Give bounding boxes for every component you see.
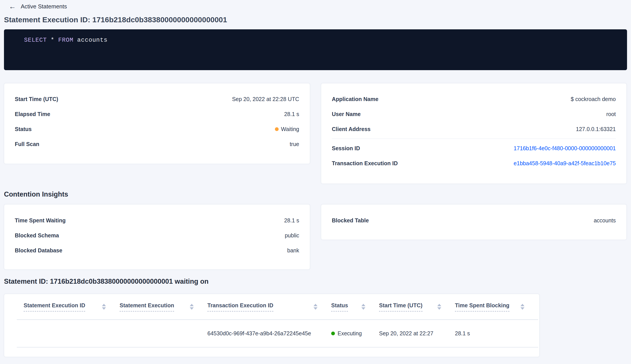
- page-title: Statement Execution ID: 1716b218dc0b3838…: [4, 16, 627, 24]
- row-start-time: Start Time (UTC) Sep 20, 2022 at 22:28 U…: [15, 92, 299, 106]
- contention-section: Time Spent Waiting 28.1 s Blocked Schema…: [4, 204, 627, 270]
- waiting-on-table-card: Statement Execution ID Statement Executi…: [4, 294, 540, 357]
- blocked-table-value: accounts: [594, 217, 616, 224]
- blocked-database-value: bank: [287, 247, 299, 254]
- cell-statement-execution: [120, 320, 208, 347]
- row-status-value: Executing: [338, 330, 362, 337]
- sql-keyword-from: FROM: [58, 37, 74, 44]
- sort-down-icon: [102, 307, 106, 310]
- column-header-statement-execution-id[interactable]: Statement Execution ID: [17, 294, 120, 320]
- sort-up-icon: [102, 304, 106, 306]
- sort-icon[interactable]: [437, 304, 441, 310]
- column-header-start-time[interactable]: Start Time (UTC): [379, 294, 455, 320]
- cell-transaction-execution-id: 64530d0c-969f-437e-a9b4-26a72245e45e: [208, 320, 331, 347]
- session-id-link[interactable]: 1716b1f6-4e0c-f480-0000-000000000001: [514, 145, 616, 152]
- row-blocked-database: Blocked Database bank: [15, 243, 299, 258]
- time-spent-waiting-value: 28.1 s: [284, 217, 299, 224]
- sort-up-icon: [190, 304, 194, 306]
- full-scan-label: Full Scan: [15, 141, 39, 147]
- row-elapsed-time: Elapsed Time 28.1 s: [15, 106, 299, 122]
- sort-down-icon: [362, 307, 365, 310]
- contention-insights-heading: Contention Insights: [4, 190, 627, 198]
- row-full-scan: Full Scan true: [15, 136, 299, 152]
- column-header-status[interactable]: Status: [331, 294, 379, 320]
- blocked-table-card: Blocked Table accounts: [321, 204, 626, 240]
- status-executing-dot-icon: [331, 332, 335, 335]
- row-client-address: Client Address 127.0.0.1:63321: [332, 122, 616, 136]
- statement-details-card: Start Time (UTC) Sep 20, 2022 at 22:28 U…: [4, 83, 310, 164]
- status-label: Status: [15, 126, 32, 132]
- row-transaction-execution-id: Transaction Execution ID e1bba458-5948-4…: [332, 156, 616, 171]
- sort-icon[interactable]: [520, 304, 524, 310]
- statement-execution-column-label[interactable]: Statement Execution: [120, 302, 174, 312]
- session-id-label: Session ID: [332, 145, 360, 152]
- row-blocked-schema: Blocked Schema public: [15, 228, 299, 243]
- sort-up-icon: [437, 304, 441, 306]
- statement-execution-id-column-label[interactable]: Statement Execution ID: [24, 302, 85, 312]
- sql-statement-box: SELECT * FROM accounts: [4, 29, 627, 70]
- row-user-name: User Name root: [332, 106, 616, 122]
- transaction-execution-id-column-label[interactable]: Transaction Execution ID: [208, 302, 273, 312]
- row-session-id: Session ID 1716b1f6-4e0c-f480-0000-00000…: [332, 141, 616, 156]
- elapsed-time-value: 28.1 s: [284, 111, 299, 117]
- back-link-active-statements[interactable]: Active Statements: [21, 3, 67, 10]
- sort-up-icon: [362, 304, 365, 306]
- sort-icon[interactable]: [102, 304, 106, 310]
- sort-down-icon: [437, 307, 441, 310]
- sort-up-icon: [520, 304, 524, 306]
- sort-down-icon: [520, 307, 524, 310]
- time-spent-waiting-label: Time Spent Waiting: [15, 217, 66, 224]
- row-status: Status Waiting: [15, 122, 299, 136]
- sort-icon[interactable]: [190, 304, 194, 310]
- waiting-on-table: Statement Execution ID Statement Executi…: [17, 294, 538, 348]
- statement-execution-page: ← Active Statements Statement Execution …: [0, 2, 631, 357]
- application-name-label: Application Name: [332, 96, 378, 102]
- blocked-schema-value: public: [285, 232, 299, 239]
- row-blocked-table: Blocked Table accounts: [332, 213, 616, 228]
- user-name-value: root: [606, 111, 616, 117]
- waiting-on-heading: Statement ID: 1716b218dc0b38380000000000…: [4, 278, 627, 286]
- time-spent-blocking-column-label[interactable]: Time Spent Blocking: [455, 302, 510, 312]
- sql-statement: SELECT * FROM accounts: [24, 37, 108, 44]
- client-address-label: Client Address: [332, 126, 371, 132]
- session-card-divider: [332, 138, 616, 139]
- table-header-row: Statement Execution ID Statement Executi…: [17, 294, 538, 320]
- summary-section: Start Time (UTC) Sep 20, 2022 at 22:28 U…: [4, 83, 627, 184]
- column-header-time-spent-blocking[interactable]: Time Spent Blocking: [455, 294, 538, 320]
- back-arrow-icon[interactable]: ←: [9, 3, 16, 10]
- sql-star: *: [50, 37, 54, 44]
- full-scan-value: true: [290, 141, 299, 147]
- cell-statement-execution-id: [17, 320, 120, 347]
- cell-start-time: Sep 20, 2022 at 22:27: [379, 320, 455, 347]
- sort-down-icon: [314, 307, 318, 310]
- cell-status: Executing: [331, 320, 379, 347]
- row-application-name: Application Name $ cockroach demo: [332, 92, 616, 106]
- contention-details-card: Time Spent Waiting 28.1 s Blocked Schema…: [4, 204, 310, 270]
- client-address-value: 127.0.0.1:63321: [576, 126, 616, 132]
- cell-time-spent-blocking: 28.1 s: [455, 320, 538, 347]
- column-header-transaction-execution-id[interactable]: Transaction Execution ID: [208, 294, 331, 320]
- sql-keyword-select: SELECT: [24, 37, 47, 44]
- session-details-card: Application Name $ cockroach demo User N…: [321, 83, 626, 184]
- sort-up-icon: [314, 304, 318, 306]
- transaction-execution-id-label: Transaction Execution ID: [332, 160, 398, 166]
- blocked-database-label: Blocked Database: [15, 247, 62, 254]
- sql-table-name: accounts: [77, 37, 108, 44]
- start-time-column-label[interactable]: Start Time (UTC): [379, 302, 422, 312]
- table-row: 64530d0c-969f-437e-a9b4-26a72245e45e Exe…: [17, 320, 538, 347]
- sort-icon[interactable]: [362, 304, 365, 310]
- start-time-label: Start Time (UTC): [15, 96, 58, 102]
- status-waiting-dot-icon: [275, 127, 279, 131]
- status-value: Waiting: [281, 126, 299, 132]
- start-time-value: Sep 20, 2022 at 22:28 UTC: [232, 96, 299, 102]
- blocked-table-label: Blocked Table: [332, 217, 369, 224]
- user-name-label: User Name: [332, 111, 361, 117]
- status-column-label[interactable]: Status: [331, 302, 348, 312]
- row-time-spent-waiting: Time Spent Waiting 28.1 s: [15, 213, 299, 228]
- column-header-statement-execution[interactable]: Statement Execution: [120, 294, 208, 320]
- sort-icon[interactable]: [314, 304, 318, 310]
- elapsed-time-label: Elapsed Time: [15, 111, 50, 117]
- sort-down-icon: [190, 307, 194, 310]
- back-bar: ← Active Statements: [4, 2, 627, 10]
- transaction-execution-id-link[interactable]: e1bba458-5948-40a9-a42f-5feac1b10e75: [514, 160, 616, 166]
